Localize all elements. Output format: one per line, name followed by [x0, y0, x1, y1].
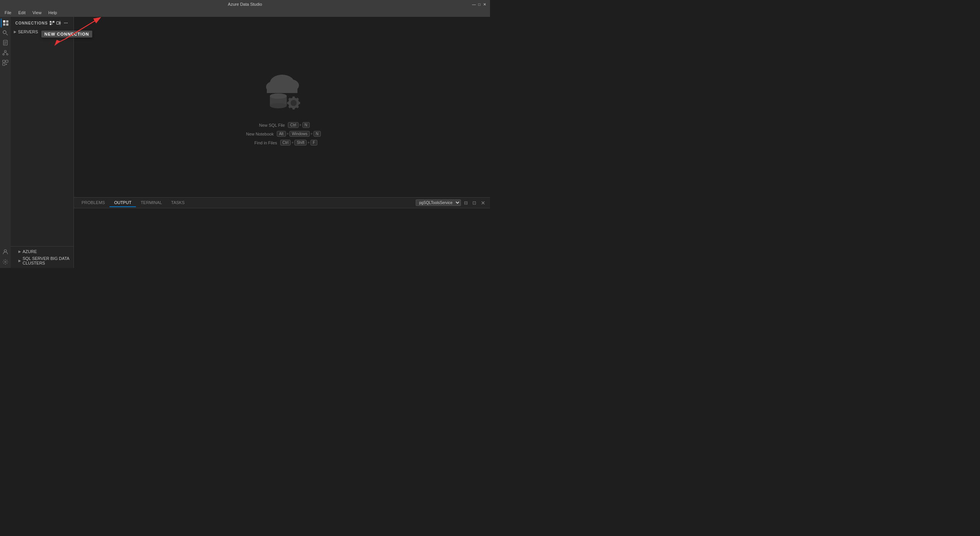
svg-rect-16	[6, 60, 8, 62]
svg-point-11	[3, 54, 4, 55]
notebooks-activity-icon[interactable]	[1, 38, 10, 47]
data-explorer-activity-icon[interactable]	[1, 48, 10, 57]
f-key: F	[310, 140, 317, 145]
titlebar-title: Azure Data Studio	[228, 2, 262, 7]
svg-rect-48	[287, 102, 289, 104]
new-sql-file-keys: Ctrl + N	[288, 122, 310, 128]
menu-help[interactable]: Help	[45, 10, 60, 16]
svg-rect-21	[53, 21, 54, 23]
svg-line-13	[3, 52, 5, 54]
new-notebook-label: New Notebook	[243, 132, 274, 136]
svg-line-5	[6, 34, 8, 35]
sql-big-data-tree-item[interactable]: ▶ SQL SERVER BIG DATA CLUSTERS	[11, 255, 74, 266]
settings-activity-icon[interactable]	[1, 257, 10, 266]
menu-view[interactable]: View	[29, 10, 45, 16]
add-group-btn[interactable]	[56, 20, 62, 26]
svg-point-10	[5, 51, 7, 52]
svg-rect-1	[6, 20, 8, 23]
add-group-icon	[56, 20, 62, 26]
bottom-panel: PROBLEMS OUTPUT TERMINAL TASKS pgSQLTool…	[74, 197, 490, 268]
find-in-files-label: Find in Files	[247, 141, 277, 145]
svg-rect-26	[57, 22, 59, 25]
activity-bar-bottom	[1, 247, 10, 268]
find-in-files-keys: Ctrl + Shift + F	[280, 140, 317, 145]
shift-key: Shift	[294, 140, 307, 145]
titlebar-controls: — □ ✕	[472, 2, 487, 7]
panel-icon-1[interactable]: ⊟	[462, 200, 469, 206]
svg-rect-2	[3, 23, 5, 26]
new-connection-icon-btn[interactable]: New Connection	[49, 20, 55, 26]
account-activity-icon[interactable]	[1, 247, 10, 257]
search-activity-icon[interactable]	[1, 28, 10, 38]
sidebar-header-actions: New Connection	[49, 20, 69, 26]
ctrl-key-2: Ctrl	[280, 140, 291, 145]
titlebar: Azure Data Studio — □ ✕	[0, 0, 490, 8]
new-sql-file-shortcut: New SQL File Ctrl + N	[254, 122, 310, 128]
sidebar: CONNECTIONS New Connection	[11, 17, 74, 268]
svg-rect-20	[50, 21, 51, 23]
shortcut-list: New SQL File Ctrl + N New Notebook Alt +…	[243, 122, 321, 145]
close-button[interactable]: ✕	[482, 2, 487, 7]
editor-area: New SQL File Ctrl + N New Notebook Alt +…	[74, 17, 490, 197]
tab-output[interactable]: OUTPUT	[109, 199, 136, 207]
sidebar-header: CONNECTIONS New Connection	[11, 17, 74, 28]
servers-section-header[interactable]: ▶ SERVERS	[11, 28, 74, 35]
plus-3: +	[310, 132, 313, 136]
svg-point-29	[64, 23, 65, 23]
svg-rect-0	[3, 20, 5, 23]
connections-activity-icon[interactable]	[1, 18, 10, 28]
find-in-files-shortcut: Find in Files Ctrl + Shift + F	[247, 140, 317, 145]
alt-key: Alt	[277, 131, 286, 137]
azure-tree-item[interactable]: ▶ AZURE	[11, 248, 74, 255]
servers-section: ▶ SERVERS	[11, 28, 74, 36]
main-content: New SQL File Ctrl + N New Notebook Alt +…	[74, 17, 490, 268]
svg-rect-46	[292, 107, 295, 109]
panel-content	[74, 208, 490, 268]
extensions-activity-icon[interactable]	[1, 58, 10, 67]
plus-2: +	[287, 132, 289, 136]
n-key-2: N	[314, 131, 321, 137]
menubar: File Edit View Help	[0, 8, 490, 17]
panel-tab-actions: pgSQLToolsService ⊟ ⊡ ✕	[416, 199, 487, 206]
svg-rect-22	[50, 23, 51, 25]
svg-point-38	[270, 103, 287, 108]
more-options-btn[interactable]	[63, 20, 69, 26]
maximize-button[interactable]: □	[477, 2, 482, 7]
svg-point-4	[3, 31, 6, 34]
panel-icon-2[interactable]: ⊡	[471, 200, 478, 206]
svg-point-18	[4, 250, 7, 252]
panel-tabs: PROBLEMS OUTPUT TERMINAL TASKS pgSQLTool…	[74, 198, 490, 208]
new-notebook-shortcut: New Notebook Alt + Windows + N	[243, 131, 321, 137]
windows-key: Windows	[289, 131, 310, 137]
output-source-dropdown[interactable]: pgSQLToolsService	[416, 199, 461, 206]
ctrl-key: Ctrl	[288, 122, 299, 128]
activity-bar	[0, 17, 11, 268]
minimize-button[interactable]: —	[472, 2, 476, 7]
svg-rect-42	[292, 96, 295, 99]
new-notebook-keys: Alt + Windows + N	[277, 131, 321, 137]
more-options-icon	[63, 20, 69, 26]
tab-problems[interactable]: PROBLEMS	[77, 199, 109, 207]
n-key: N	[302, 122, 310, 128]
svg-rect-35	[267, 85, 297, 93]
menu-edit[interactable]: Edit	[15, 10, 29, 16]
svg-point-12	[7, 54, 8, 55]
plus-4: +	[291, 141, 294, 145]
svg-point-19	[5, 261, 6, 263]
servers-label: SERVERS	[18, 29, 38, 34]
sql-big-data-chevron: ▶	[18, 259, 21, 263]
azure-label: AZURE	[23, 249, 37, 254]
welcome-logo	[259, 69, 305, 114]
azure-chevron: ▶	[18, 250, 21, 253]
svg-rect-44	[298, 102, 300, 104]
menu-file[interactable]: File	[2, 10, 15, 16]
svg-rect-15	[3, 60, 5, 62]
svg-rect-17	[3, 63, 5, 65]
tab-tasks[interactable]: TASKS	[167, 199, 189, 207]
svg-rect-3	[6, 23, 8, 26]
sql-big-data-label: SQL SERVER BIG DATA CLUSTERS	[23, 256, 70, 265]
plus-5: +	[307, 141, 310, 145]
connections-label: CONNECTIONS	[15, 21, 48, 25]
tab-terminal[interactable]: TERMINAL	[136, 199, 167, 207]
panel-close-btn[interactable]: ✕	[479, 200, 487, 206]
